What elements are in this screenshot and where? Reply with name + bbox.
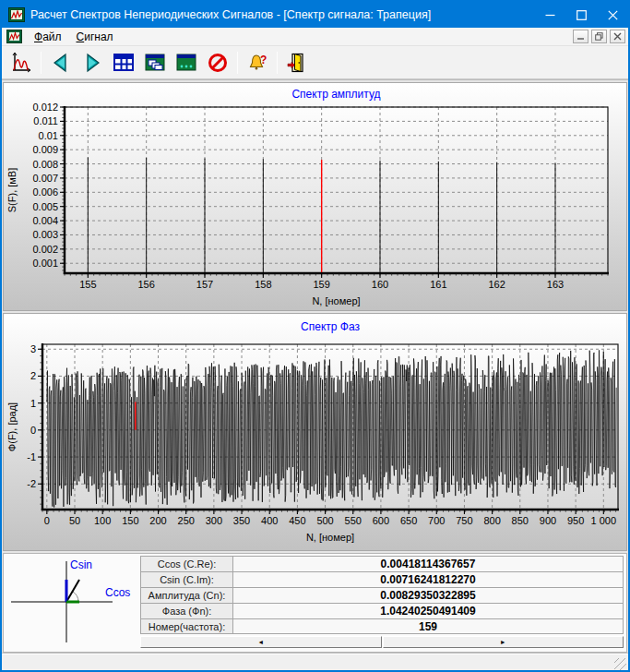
detail-row-label: Фаза (Фn): [140,603,233,618]
maximize-button[interactable] [565,2,597,28]
help-bell-icon: ? [246,52,268,74]
svg-text:158: 158 [255,279,271,290]
svg-text:150: 150 [122,515,138,526]
svg-text:Спектр амплитуд: Спектр амплитуд [291,88,380,101]
svg-text:0.003: 0.003 [32,229,58,240]
prev-step-button[interactable]: ◄ [140,636,382,648]
next-step-button[interactable]: ► [383,636,624,648]
harmonic-detail-panel: Csin Ccos Ccos (C.Re):0.00418114367657Cs… [3,553,627,653]
exit-button[interactable] [281,49,313,77]
mdi-restore-button[interactable] [591,30,607,43]
maximize-icon [577,10,587,20]
signal-window-button[interactable] [171,49,202,77]
app-icon [8,7,25,22]
mdi-minimize-button[interactable] [573,30,588,43]
detail-row-value: 0.00829350322895 [233,587,624,603]
svg-text:156: 156 [137,279,154,290]
spectrum-axes-icon [10,52,32,74]
table-view-button[interactable] [108,49,139,77]
toolbar-separator [237,52,238,74]
svg-text:250: 250 [178,515,195,526]
detail-row-value: 1.04240250491409 [233,603,624,618]
svg-text:0.01: 0.01 [39,130,58,141]
harmonic-stepper: ◄ ► [140,636,624,648]
svg-text:N, [номер]: N, [номер] [306,532,354,543]
vector-diagram: Csin Ccos [9,554,140,650]
signal-points-icon [175,52,197,74]
svg-text:2: 2 [30,370,36,381]
menu-item-file[interactable]: Файл [27,29,69,45]
svg-text:300: 300 [206,515,222,526]
svg-text:160: 160 [372,279,388,290]
svg-text:0.001: 0.001 [32,258,58,269]
app-window: Расчет Спектров Непериодических Сигналов… [0,0,630,672]
toolbar-separator [277,52,278,74]
svg-text:-1: -1 [27,451,36,462]
phase-chart-svg: Спектр Фаз050100150200250300350400450500… [4,314,626,550]
harmonic-values-table: Ccos (C.Re):0.00418114367657Csin (C.Im):… [140,556,624,634]
prev-harmonic-button[interactable] [45,49,77,77]
svg-text:800: 800 [483,515,500,526]
svg-text:550: 550 [345,515,362,526]
about-button[interactable]: ? [242,49,273,77]
toolbar-separator [41,52,42,74]
svg-text:650: 650 [400,515,417,526]
detail-table-area: Ccos (C.Re):0.00418114367657Csin (C.Im):… [140,556,624,652]
phase-spectrum-chart[interactable]: Спектр Фаз050100150200250300350400450500… [3,313,627,551]
status-bar [2,653,628,670]
mdi-minimize-icon [577,32,585,41]
svg-text:950: 950 [567,515,584,526]
svg-text:850: 850 [512,515,529,526]
spectrum-view-button[interactable] [6,49,37,77]
svg-text:N, [номер]: N, [номер] [312,295,360,306]
svg-text:-2: -2 [27,478,36,489]
close-button[interactable] [597,2,628,28]
stop-button[interactable] [202,49,233,77]
phase-angle-arc [73,592,78,602]
svg-text:200: 200 [149,515,166,526]
svg-text:0.006: 0.006 [32,186,58,198]
menu-item-signal[interactable]: Сигнал [69,29,121,45]
svg-text:0.012: 0.012 [32,102,58,113]
stop-icon [207,52,229,74]
toolbar: ? [2,46,628,79]
table-icon [113,52,135,74]
title-bar[interactable]: Расчет Спектров Непериодических Сигналов… [2,2,628,28]
svg-text:350: 350 [233,515,250,526]
svg-text:163: 163 [547,279,564,290]
svg-text:157: 157 [196,279,213,290]
next-harmonic-button[interactable] [77,49,108,77]
minimize-button[interactable] [534,2,565,28]
svg-text:0.007: 0.007 [32,173,58,184]
detail-row-value: 0.00716241812270 [233,571,624,587]
resize-grip-icon[interactable] [614,658,626,670]
amplitude-spectrum-chart[interactable]: Спектр амплитуд1551561571581591601611621… [3,82,627,311]
svg-text:Спектр Фаз: Спектр Фаз [301,320,360,333]
phasor-vector [66,580,79,602]
svg-text:0.008: 0.008 [32,159,58,170]
detail-row-value: 159 [233,618,624,634]
arrow-left-icon [51,53,71,73]
svg-text:400: 400 [261,515,278,526]
svg-text:155: 155 [79,279,96,290]
mdi-child-icon [6,30,22,43]
cascade-windows-button[interactable] [139,49,171,77]
svg-text:0.004: 0.004 [32,215,58,226]
svg-text:0: 0 [30,425,36,436]
svg-text:900: 900 [540,515,556,526]
status-text [2,657,7,668]
mdi-close-button[interactable] [610,30,625,43]
svg-text:3: 3 [30,343,36,354]
ccos-axis-label: Ccos [105,586,130,599]
svg-text:100: 100 [94,515,111,526]
svg-text:1 000: 1 000 [591,515,617,526]
arrow-right-icon [82,53,102,73]
exit-door-icon [286,52,308,74]
mdi-restore-icon [595,32,603,41]
svg-text:S(F), [мВ]: S(F), [мВ] [6,168,18,213]
detail-row-value: 0.00418114367657 [233,556,624,571]
detail-row-label: Ccos (C.Re): [140,556,233,571]
menu-items: ФайлСигнал [27,29,121,45]
window-title: Расчет Спектров Непериодических Сигналов… [30,8,534,21]
detail-row-label: Амплитуда (Cn): [140,587,233,603]
